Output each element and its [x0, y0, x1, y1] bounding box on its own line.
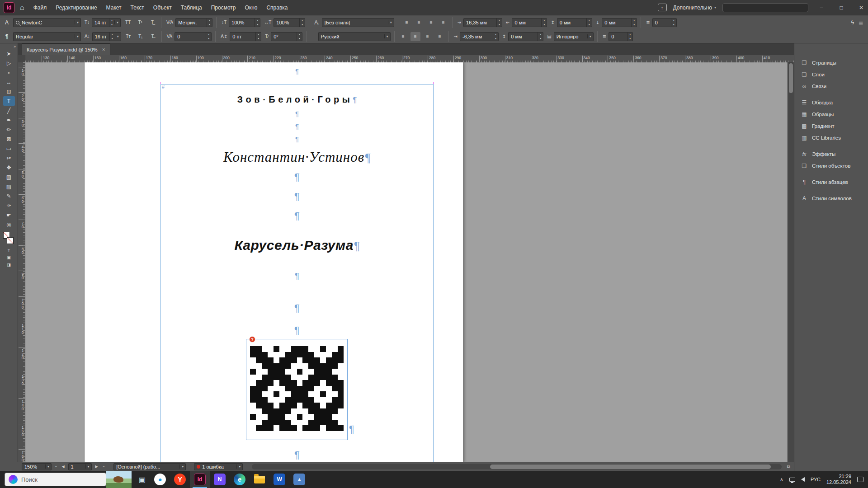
horizontal-ruler[interactable]: 1301401501601701801902002102202302402502… [25, 55, 794, 62]
rectangle-frame-tool[interactable]: ⊠ [3, 134, 15, 144]
gradient-feather-tool[interactable]: ▨ [3, 182, 15, 191]
preflight-status[interactable]: 1 ошибка ▾ [194, 463, 243, 470]
gradient-panel[interactable]: ▩Градиент [794, 120, 868, 132]
adobe-indesign[interactable]: Id [190, 471, 210, 488]
horizontal-ruler-bar[interactable]: 1301401501601701801902002102202302402502… [18, 55, 794, 62]
menu-Редактирование[interactable]: Редактирование [51, 0, 101, 15]
microsoft-edge[interactable]: e [230, 471, 250, 488]
news-widget-thumbnail[interactable] [106, 471, 132, 488]
stepper[interactable]: ▴▾ [631, 19, 637, 27]
kerning-combo[interactable]: Метрич. ▴▾ [175, 18, 212, 27]
stroke-panel[interactable]: ☰Обводка [794, 97, 868, 108]
gap-tool[interactable]: ↔ [3, 77, 15, 87]
justify-right-button[interactable]: ≡ [423, 32, 433, 41]
doc-author-line[interactable]: Константин·Устинов¶ [160, 149, 434, 165]
stepper[interactable]: ▴▾ [207, 19, 212, 27]
menu-Справка[interactable]: Справка [262, 0, 292, 15]
notification-center-icon[interactable] [857, 477, 863, 482]
stepper[interactable]: ▴▾ [109, 33, 115, 41]
panel-menu-icon[interactable]: ≣ [859, 19, 863, 26]
photos-app[interactable]: ▲ [289, 471, 309, 488]
vertical-scroll-thumb[interactable] [789, 63, 793, 93]
stepper[interactable]: ▴▾ [255, 19, 260, 27]
align-right-button[interactable]: ≡ [426, 18, 436, 27]
stepper[interactable]: ▴▾ [586, 19, 592, 27]
horizontal-scrollbar[interactable] [252, 464, 782, 469]
language-indicator[interactable]: РУС [811, 477, 821, 482]
dropcap-chars-combo[interactable]: 0 ▴▾ [609, 32, 633, 41]
taskbar-search[interactable]: Поиск [5, 473, 106, 486]
app-neuro[interactable]: N [210, 471, 230, 488]
chevron-down-icon[interactable]: ▾ [85, 465, 91, 469]
ruler-origin-corner[interactable] [18, 55, 25, 62]
leading-combo[interactable]: 16 пт ▴▾ ▾ [92, 32, 121, 41]
last-page-button[interactable]: » [102, 465, 105, 469]
stepper[interactable]: ▴▾ [206, 33, 211, 41]
stepper[interactable]: ▴▾ [627, 33, 632, 41]
note-tool[interactable]: ✎ [3, 191, 15, 201]
stepper[interactable]: ▴▾ [297, 33, 302, 41]
space-between-combo[interactable]: 0 мм ▴▾ [508, 32, 543, 41]
align-center-button[interactable]: ≡ [414, 18, 424, 27]
vertical-ruler[interactable]: 102030405060708090100110120130140150160 [18, 62, 25, 462]
stepper[interactable]: ▴▾ [255, 33, 261, 41]
task-view-icon[interactable]: ▣ [139, 475, 146, 484]
type-tool[interactable]: T [3, 96, 15, 106]
character-styles-panel[interactable]: AСтили символов [794, 192, 868, 204]
selection-tool[interactable]: ➤ [3, 49, 15, 58]
strikethrough-button[interactable]: Т̶ [148, 32, 158, 41]
first-page-button[interactable]: « [54, 465, 58, 469]
fill-stroke-swatches[interactable] [3, 232, 15, 245]
chevron-down-icon[interactable]: ▾ [388, 20, 394, 24]
zoom-combo[interactable]: 150% ▾ [22, 463, 52, 470]
chevron-down-icon[interactable]: ▾ [45, 465, 51, 469]
justify-left-button[interactable]: ≡ [398, 32, 408, 41]
all-caps-button[interactable]: ТТ [123, 18, 133, 27]
stepper[interactable]: ▴▾ [493, 33, 498, 41]
page-number-combo[interactable]: 1 ▾ [68, 463, 92, 470]
chevron-down-icon[interactable]: ▾ [75, 20, 80, 24]
stepper[interactable]: ▴▾ [109, 19, 114, 27]
eyedropper-tool[interactable]: ✑ [3, 201, 15, 210]
clock[interactable]: 21:29 12.05.2024 [826, 474, 851, 485]
previous-page-button[interactable]: ◀ [61, 465, 65, 469]
chevron-down-icon[interactable]: ▾ [114, 20, 120, 24]
justify-button[interactable]: ≡ [439, 18, 448, 27]
chevron-down-icon[interactable]: ▾ [587, 34, 593, 38]
yandex-browser[interactable]: Y [170, 471, 190, 488]
content-collector-tool[interactable]: ⊞ [3, 87, 15, 96]
free-transform-tool[interactable]: ✥ [3, 163, 15, 172]
apply-color-icon[interactable]: ▣ [7, 255, 11, 260]
align-to-grid-combo[interactable]: Игнориро ▾ [554, 32, 594, 41]
menu-Макет[interactable]: Макет [102, 0, 126, 15]
pencil-tool[interactable]: ✏ [3, 125, 15, 134]
space-after-combo[interactable]: 0 мм ▴▾ [602, 18, 637, 27]
page-tool[interactable]: ▫ [3, 68, 15, 77]
cc-libraries-panel[interactable]: ▥CC Libraries [794, 132, 868, 144]
first-line-indent-combo[interactable]: -6,35 мм ▴▾ [460, 32, 499, 41]
document-tab[interactable]: Карусель Разума.indd @ 150% ✕ [22, 43, 110, 55]
menu-Просмотр[interactable]: Просмотр [207, 0, 241, 15]
document-canvas[interactable]: # Зов·Белой·Горы¶ Константин·Устинов¶ Ка… [18, 62, 794, 462]
display-icon[interactable] [789, 478, 795, 482]
swatches-panel[interactable]: ▦Образцы [794, 108, 868, 120]
file-explorer[interactable] [250, 471, 269, 488]
gradient-swatch-tool[interactable]: ▧ [3, 172, 15, 182]
chevron-down-icon[interactable]: ▾ [115, 34, 121, 38]
effects-panel[interactable]: fxЭффекты [794, 148, 868, 160]
stepper[interactable]: ▴▾ [541, 19, 547, 27]
language-combo[interactable]: Русский ▾ [318, 32, 391, 41]
subscript-button[interactable]: Т₁ [136, 32, 146, 41]
paragraph-formatting-toggle[interactable]: ¶ [3, 33, 11, 40]
scissors-tool[interactable]: ✂ [3, 153, 15, 163]
menu-Объект[interactable]: Объект [149, 0, 176, 15]
font-size-combo[interactable]: 14 пт ▴▾ ▾ [92, 18, 121, 27]
underline-button[interactable]: Т̲ [147, 18, 157, 27]
close-button[interactable]: ✕ [854, 0, 868, 15]
indent-left-combo[interactable]: 16,35 мм ▴▾ [463, 18, 502, 27]
app-search-input[interactable] [722, 3, 808, 12]
tracking-combo[interactable]: 0 ▴▾ [175, 32, 212, 41]
layers-panel[interactable]: ❏Слои [794, 69, 868, 80]
baseline-shift-combo[interactable]: 0 пт ▴▾ [230, 32, 261, 41]
chevron-down-icon[interactable]: ▾ [236, 465, 242, 469]
